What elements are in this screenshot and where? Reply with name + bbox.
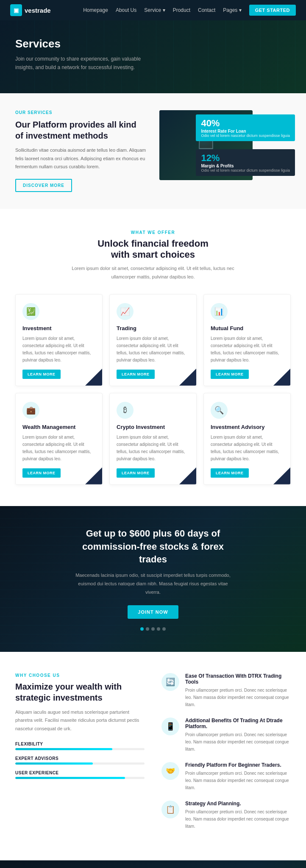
stat2-pct: 12% (201, 153, 290, 164)
card-icon-3: 💼 (22, 402, 39, 419)
hero-section: Services Join our community to share exp… (0, 20, 306, 93)
feature-body-1: Proin ullamcorper pretium orci. Donec ne… (185, 731, 291, 753)
card-corner-3 (85, 467, 102, 484)
progress-bar-0 (15, 748, 145, 750)
progress-label-1: EXPERT ADVISORS (15, 756, 145, 761)
feature-item-2: 🤝 Friendly Platform For Beginner Traders… (161, 762, 291, 791)
card-body-3: Lorem ipsum dolor sit amet, consectetur … (22, 434, 95, 462)
feature-item-0: 🔄 Ease Of Transaction With DTRX Trading … (161, 673, 291, 708)
card-corner-0 (85, 369, 102, 386)
promo-banner: Get up to $600 plus 60 days of commissio… (0, 506, 306, 652)
why-right: 🔄 Ease Of Transaction With DTRX Trading … (161, 673, 291, 839)
logo-icon: ▣ (10, 4, 22, 16)
logo: ▣ vestrade (10, 4, 51, 16)
promo-dot-4 (157, 627, 160, 631)
why-tag: WHY CHOOSE US (15, 673, 145, 678)
learn-more-button-5[interactable]: LEARN MORE (211, 468, 249, 478)
card-corner-5 (273, 467, 290, 484)
feature-title-2: Friendly Platform For Beginner Traders. (185, 762, 291, 768)
promo-dot-3 (151, 627, 155, 631)
nav-homepage[interactable]: Homepage (83, 7, 108, 13)
discover-more-button[interactable]: DISCOVER MORE (15, 179, 72, 192)
card-title-5: Investment Advisory (211, 424, 284, 430)
offer-card: 📈 Trading Lorem ipsum dolor sit amet, co… (109, 294, 197, 386)
feature-item-3: 📋 Strategy And Planning. Proin ullamcorp… (161, 801, 291, 830)
card-body-4: Lorem ipsum dolor sit amet, consectetur … (117, 434, 189, 462)
card-icon-1: 📈 (117, 303, 134, 320)
card-icon-4: ₿ (117, 402, 134, 419)
feature-title-3: Strategy And Planning. (185, 801, 291, 807)
feature-text-2: Friendly Platform For Beginner Traders. … (185, 762, 291, 791)
card-title-2: Mutual Fund (211, 325, 284, 331)
services-heading: Our Platform provides all kind of invest… (15, 119, 147, 141)
feature-icon-0: 🔄 (161, 673, 179, 691)
stat2-label: Margin & Profits (201, 164, 290, 168)
offer-card: 📊 Mutual Fund Lorem ipsum dolor sit amet… (203, 294, 291, 386)
feature-icon-1: 📱 (161, 718, 179, 735)
card-title-4: Crypto Investment (117, 424, 189, 430)
card-icon-5: 🔍 (211, 402, 228, 419)
progress-item-0: FLEXIBILITY (15, 742, 145, 750)
offer-card: 💼 Wealth Management Lorem ipsum dolor si… (15, 393, 103, 485)
offer-card: 🔍 Investment Advisory Lorem ipsum dolor … (203, 393, 291, 485)
nav-links: Homepage About Us Service ▾ Product Cont… (83, 5, 296, 16)
offer-section: WHAT WE OFFER Unlock financial freedom w… (0, 209, 306, 506)
card-body-5: Lorem ipsum dolor sit amet, consectetur … (211, 434, 284, 462)
progress-label-2: USER EXPERIENCE (15, 771, 145, 775)
card-corner-4 (179, 467, 196, 484)
promo-dot-5 (162, 627, 166, 631)
services-right: 💻 40% Interest Rate For Loan Odio vel id… (159, 110, 291, 180)
feature-body-0: Proin ullamcorper pretium orci. Donec ne… (185, 687, 291, 708)
feature-text-1: Additional Benefits Of Trading At Dtrade… (185, 718, 291, 753)
feature-title-1: Additional Benefits Of Trading At Dtrade… (185, 718, 291, 729)
card-body-0: Lorem ipsum dolor sit amet, consectetur … (22, 335, 95, 364)
promo-content: Get up to $600 plus 60 days of commissio… (15, 527, 291, 631)
card-body-2: Lorem ipsum dolor sit amet, consectetur … (211, 335, 284, 364)
card-title-3: Wealth Management (22, 424, 95, 430)
get-started-button[interactable]: GET STARTED (249, 5, 296, 16)
navbar: ▣ vestrade Homepage About Us Service ▾ P… (0, 0, 306, 20)
promo-dot-2 (146, 627, 149, 631)
card-title-0: Investment (22, 325, 95, 331)
progress-bar-1 (15, 762, 145, 765)
services-body: Sollicitudin vitae conubia auismod ante … (15, 146, 147, 171)
progress-fill-1 (15, 762, 93, 765)
learn-more-button-2[interactable]: LEARN MORE (211, 370, 249, 379)
join-button[interactable]: JOINT NOW (128, 605, 178, 619)
learn-more-button-1[interactable]: LEARN MORE (117, 370, 155, 379)
nav-about[interactable]: About Us (116, 7, 136, 13)
feature-text-0: Ease Of Transaction With DTRX Trading To… (185, 673, 291, 708)
feature-title-0: Ease Of Transaction With DTRX Trading To… (185, 673, 291, 685)
learn-more-button-4[interactable]: LEARN MORE (117, 468, 155, 478)
nav-service[interactable]: Service ▾ (144, 7, 165, 13)
card-body-1: Lorem ipsum dolor sit amet, consectetur … (117, 335, 189, 364)
feature-body-2: Proin ullamcorper pretium orci. Donec ne… (185, 770, 291, 791)
feature-icon-2: 🤝 (161, 762, 179, 780)
learn-more-button-3[interactable]: LEARN MORE (22, 468, 61, 478)
card-corner-1 (179, 369, 196, 386)
feature-text-3: Strategy And Planning. Proin ullamcorper… (185, 801, 291, 830)
progress-item-2: USER EXPERIENCE (15, 771, 145, 779)
learn-more-button-0[interactable]: LEARN MORE (22, 370, 61, 379)
device-section: Any Device with Experience Quam faucibus… (0, 860, 306, 868)
offer-heading: Unlock financial freedom with smart choi… (89, 238, 217, 260)
hero-content: Services Join our community to share exp… (15, 37, 291, 72)
cards-grid: 💹 Investment Lorem ipsum dolor sit amet,… (15, 294, 291, 485)
services-left: OUR SERVICES Our Platform provides all k… (15, 110, 147, 192)
card-icon-2: 📊 (211, 303, 228, 320)
progress-item-1: EXPERT ADVISORS (15, 756, 145, 765)
progress-label-0: FLEXIBILITY (15, 742, 145, 746)
nav-product[interactable]: Product (173, 7, 190, 13)
nav-contact[interactable]: Contact (198, 7, 215, 13)
card-title-1: Trading (117, 325, 189, 331)
offer-body: Lorem ipsum dolor sit amet, consectetur … (68, 264, 238, 281)
stat1-desc: Odio vel id lorem nascetur dictum suspen… (201, 134, 290, 138)
offer-card: ₿ Crypto Investment Lorem ipsum dolor si… (109, 393, 197, 485)
feature-item-1: 📱 Additional Benefits Of Trading At Dtra… (161, 718, 291, 753)
progress-bars: FLEXIBILITY EXPERT ADVISORS USER EXPERIE… (15, 742, 145, 779)
promo-dots (15, 627, 291, 631)
promo-body: Maecenads lacinia ipsum odio, sit suscip… (72, 571, 234, 596)
why-heading: Maximize your wealth with strategic inve… (15, 681, 145, 703)
nav-pages[interactable]: Pages ▾ (223, 7, 241, 13)
why-body: Aliquam iaculis augue sed metus sceleris… (15, 708, 145, 733)
